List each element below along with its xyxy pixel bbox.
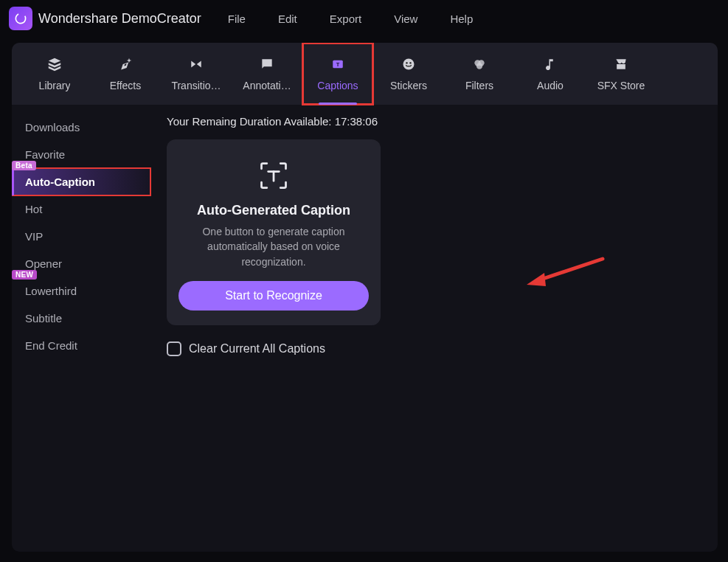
tab-label: SFX Store <box>597 80 645 91</box>
store-icon <box>613 56 629 72</box>
sidebar-item-hot[interactable]: Hot <box>12 195 150 223</box>
tab-label: Stickers <box>390 80 427 91</box>
tab-audio[interactable]: Audio <box>515 43 586 105</box>
svg-point-5 <box>409 62 411 63</box>
ribbon-tabs: Library Effects Transitio… Annotati… T C… <box>12 43 718 105</box>
captions-icon: T <box>330 56 346 72</box>
tab-filters[interactable]: Filters <box>444 43 515 105</box>
svg-point-4 <box>406 62 407 63</box>
clear-captions-checkbox[interactable] <box>167 341 181 356</box>
sidebar-item-end-credit[interactable]: End Credit <box>12 332 150 359</box>
remaining-label: Your Remaing Duration Available: <box>167 115 331 128</box>
tab-label: Audio <box>537 80 564 91</box>
scan-text-icon <box>257 159 291 192</box>
audio-icon <box>542 56 558 72</box>
tab-library[interactable]: Library <box>19 43 90 105</box>
svg-point-0 <box>14 12 27 25</box>
tab-label: Effects <box>110 80 142 91</box>
transitions-icon <box>188 56 204 72</box>
captions-main: Your Remaing Duration Available: 17:38:0… <box>150 105 718 552</box>
sidebar-item-vip[interactable]: VIP <box>12 223 150 250</box>
app-title: Wondershare DemoCreator <box>38 11 201 27</box>
remaining-value: 17:38:06 <box>335 115 378 128</box>
tab-label: Transitio… <box>171 80 221 91</box>
menu-help[interactable]: Help <box>450 13 473 25</box>
auto-caption-card: Auto-Generated Caption One button to gen… <box>167 139 381 325</box>
tab-transitions[interactable]: Transitio… <box>161 43 232 105</box>
start-recognize-button[interactable]: Start to Recognize <box>178 281 369 311</box>
svg-point-3 <box>403 59 415 70</box>
beta-badge: Beta <box>12 161 36 170</box>
tab-annotations[interactable]: Annotati… <box>232 43 302 105</box>
workspace-body: Downloads Favorite Beta Auto-Caption Hot… <box>12 105 718 552</box>
sidebar-item-label: Opener <box>25 257 62 270</box>
sidebar-item-auto-caption[interactable]: Beta Auto-Caption <box>12 168 150 195</box>
sidebar-item-label: Lowerthird <box>25 285 77 297</box>
card-description: One button to generate caption automatic… <box>178 224 369 269</box>
effects-icon <box>117 56 134 72</box>
sidebar-item-lowerthird[interactable]: NEW Lowerthird <box>12 277 150 305</box>
svg-text:T: T <box>336 61 340 68</box>
new-badge: NEW <box>12 270 37 280</box>
stickers-icon <box>401 56 417 72</box>
svg-line-9 <box>538 259 603 280</box>
tab-label: Filters <box>465 80 493 91</box>
remaining-duration: Your Remaing Duration Available: 17:38:0… <box>167 115 701 128</box>
tab-stickers[interactable]: Stickers <box>373 43 444 105</box>
menu-export[interactable]: Export <box>330 13 361 25</box>
menubar: File Edit Export View Help <box>228 13 474 25</box>
filters-icon <box>471 56 488 72</box>
menu-view[interactable]: View <box>394 13 417 25</box>
annotation-arrow-icon <box>525 255 606 288</box>
clear-captions-row: Clear Current All Captions <box>167 341 701 356</box>
sidebar-item-label: Hot <box>25 203 42 215</box>
sidebar-item-label: Favorite <box>25 148 65 161</box>
sidebar-item-label: End Credit <box>25 339 77 352</box>
library-icon <box>46 56 63 72</box>
workspace-panel: Library Effects Transitio… Annotati… T C… <box>12 43 718 552</box>
clear-captions-label: Clear Current All Captions <box>189 342 325 355</box>
app-logo-icon <box>9 7 32 30</box>
sidebar-item-label: VIP <box>25 230 43 243</box>
titlebar: Wondershare DemoCreator File Edit Export… <box>0 0 728 37</box>
tab-captions[interactable]: T Captions <box>302 43 373 105</box>
tab-label: Annotati… <box>243 80 291 91</box>
svg-marker-10 <box>527 273 546 286</box>
sidebar-item-subtitle[interactable]: Subtitle <box>12 305 150 332</box>
captions-sidebar: Downloads Favorite Beta Auto-Caption Hot… <box>12 105 150 552</box>
card-title: Auto-Generated Caption <box>197 203 350 218</box>
sidebar-item-label: Subtitle <box>25 312 62 325</box>
svg-point-8 <box>476 63 482 69</box>
sidebar-item-downloads[interactable]: Downloads <box>12 114 150 141</box>
sidebar-item-label: Auto-Caption <box>25 176 95 188</box>
menu-edit[interactable]: Edit <box>278 13 297 25</box>
sidebar-item-label: Downloads <box>25 121 80 133</box>
annotations-icon <box>259 56 275 72</box>
tab-label: Library <box>39 80 71 91</box>
tab-sfx-store[interactable]: SFX Store <box>586 43 656 105</box>
tab-label: Captions <box>317 80 358 91</box>
tab-effects[interactable]: Effects <box>90 43 161 105</box>
menu-file[interactable]: File <box>228 13 246 25</box>
